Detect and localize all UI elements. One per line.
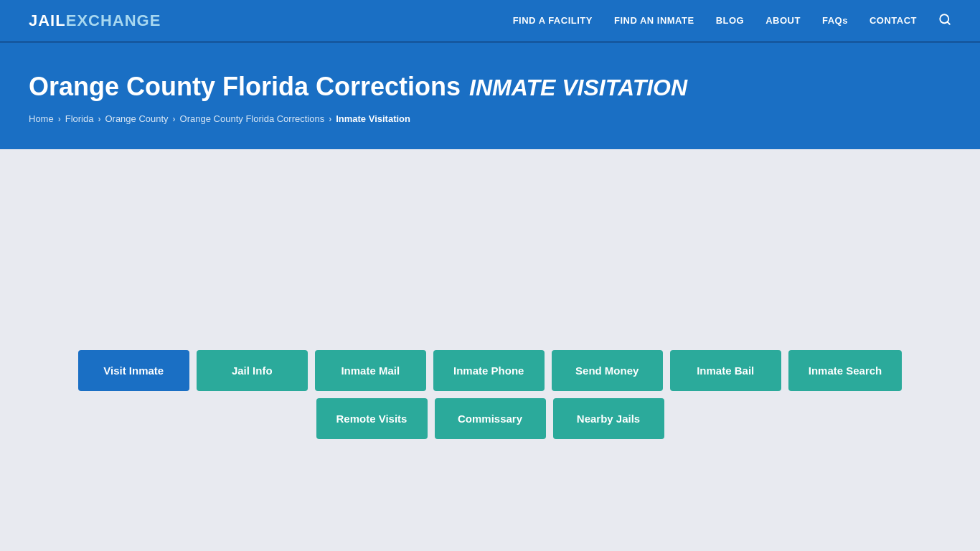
breadcrumb-separator-2: › [173,114,176,124]
nav-item-find-facility[interactable]: FIND A FACILITY [513,15,593,26]
breadcrumb-item-1[interactable]: Florida [65,113,94,124]
nav-button-remote-visits[interactable]: Remote Visits [316,398,428,439]
logo-jail-text: JAIL [29,11,66,30]
nav-buttons-section: Visit InmateJail InfoInmate MailInmate P… [29,350,951,439]
breadcrumb-separator-1: › [98,114,100,124]
breadcrumb: Home›Florida›Orange County›Orange County… [29,113,951,124]
header: JAIL EXCHANGE FIND A FACILITYFIND AN INM… [0,0,980,43]
nav-item-contact[interactable]: CONTACT [870,15,917,26]
nav-button-send-money[interactable]: Send Money [552,350,663,391]
search-icon[interactable] [938,13,951,29]
breadcrumb-item-0[interactable]: Home [29,113,54,124]
breadcrumb-item-3[interactable]: Orange County Florida Corrections [180,113,325,124]
nav-button-inmate-mail[interactable]: Inmate Mail [315,350,426,391]
nav-button-inmate-search[interactable]: Inmate Search [788,350,903,391]
nav-button-commissary[interactable]: Commissary [435,398,546,439]
main-nav: FIND A FACILITYFIND AN INMATEBLOGABOUTFA… [513,13,951,29]
breadcrumb-item-2[interactable]: Orange County [105,113,168,124]
main-content: Visit InmateJail InfoInmate MailInmate P… [0,149,980,508]
logo-x: E [66,11,77,29]
nav-button-jail-info[interactable]: Jail Info [197,350,308,391]
page-title: Orange County Florida Corrections INMATE… [29,72,951,102]
hero-section: Orange County Florida Corrections INMATE… [0,43,980,149]
nav-item-about[interactable]: ABOUT [765,15,801,26]
nav-item-find-inmate[interactable]: FIND AN INMATE [614,15,694,26]
nav-button-nearby-jails[interactable]: Nearby Jails [553,398,664,439]
title-main: Orange County Florida Corrections [29,72,461,102]
nav-button-inmate-bail[interactable]: Inmate Bail [670,350,781,391]
breadcrumb-separator-0: › [58,114,61,124]
nav-button-visit-inmate[interactable]: Visit Inmate [78,350,189,391]
logo-exchange-text: EXCHANGE [66,11,161,30]
buttons-row-1: Visit InmateJail InfoInmate MailInmate P… [78,350,903,391]
nav-item-blog[interactable]: BLOG [716,15,745,26]
svg-line-1 [947,22,949,24]
nav-item-faqs[interactable]: FAQs [822,15,848,26]
buttons-row-2: Remote VisitsCommissaryNearby Jails [316,398,664,439]
breadcrumb-separator-3: › [329,114,331,124]
logo[interactable]: JAIL EXCHANGE [29,11,161,30]
nav-button-inmate-phone[interactable]: Inmate Phone [433,350,545,391]
breadcrumb-item-4: Inmate Visitation [336,113,410,124]
title-sub: INMATE VISITATION [469,75,687,101]
